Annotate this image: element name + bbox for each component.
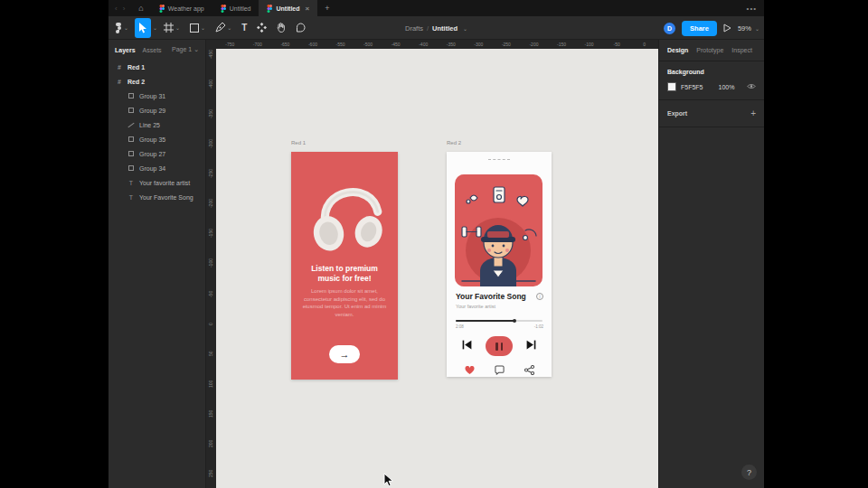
progress-fill — [456, 320, 514, 322]
background-section: Background F5F5F5 100% — [659, 61, 764, 100]
canvas[interactable]: -750-700-650-600-550-500-450-400-350-300… — [206, 40, 658, 488]
next-track-button[interactable] — [525, 338, 537, 354]
shape-tool-button[interactable]: ⌄ — [186, 18, 209, 38]
share-button[interactable]: Share — [682, 21, 717, 36]
ruler-label: -450 — [206, 40, 216, 70]
layer-item-group-35[interactable]: Group 35 — [108, 132, 205, 146]
info-icon[interactable]: i — [536, 293, 543, 300]
tab-label: Untitled — [276, 5, 299, 12]
group-icon — [127, 165, 135, 171]
progress-bar[interactable] — [456, 320, 542, 322]
layers-panel: Layers Assets Page 1 ⌄ # Red 1 # Red 2 G… — [108, 40, 206, 488]
text-tool-button[interactable]: T — [238, 18, 250, 38]
headphones-illustration — [303, 170, 386, 260]
comment-tool-button[interactable] — [292, 18, 309, 38]
nav-back-icon[interactable]: ‹ — [115, 5, 118, 13]
rectangle-icon — [190, 23, 199, 33]
layer-item-group-29[interactable]: Group 29 — [108, 103, 205, 117]
ruler-label: -600 — [299, 40, 327, 49]
zoom-menu[interactable]: 59% ⌄ — [738, 24, 760, 33]
arrow-right-icon: → — [340, 349, 350, 360]
layer-item-red-2[interactable]: # Red 2 — [108, 74, 205, 89]
layer-item-red-1[interactable]: # Red 1 — [108, 60, 205, 74]
file-tab-untitled-1[interactable]: Untitled — [212, 0, 259, 16]
like-heart-icon[interactable] — [465, 362, 475, 379]
text-layer-icon: T — [127, 194, 135, 201]
layer-item-your-favorite-artist[interactable]: T Your favorite artist — [108, 175, 205, 190]
tab-label: Untitled — [230, 5, 251, 12]
layer-name: Your favorite artist — [139, 180, 190, 186]
file-tab-untitled-active[interactable]: Untitled × — [259, 0, 317, 16]
tab-inspect[interactable]: Inspect — [731, 47, 752, 53]
song-title: Your Favorite Song — [456, 292, 526, 301]
onboarding-title: Listen to premium music for free! — [291, 264, 398, 283]
next-arrow-button[interactable]: → — [329, 345, 360, 363]
ruler-label: -300 — [465, 40, 493, 49]
ruler-label: -300 — [206, 129, 216, 159]
layer-item-group-27[interactable]: Group 27 — [108, 146, 205, 161]
frame-tool-button[interactable]: ⌄ — [160, 18, 184, 38]
ruler-label: -50 — [603, 40, 631, 49]
frame-title-red-2[interactable]: Red 2 — [447, 140, 461, 145]
layer-name: Group 29 — [139, 108, 165, 114]
layer-name: Group 34 — [139, 165, 165, 172]
new-tab-button[interactable]: + — [317, 0, 336, 16]
visibility-eye-icon[interactable] — [747, 83, 756, 90]
main-menu-button[interactable]: ⌄ — [111, 18, 132, 38]
chevron-down-icon[interactable]: ⌄ — [153, 24, 157, 31]
progress-handle[interactable] — [513, 319, 516, 323]
window-menu-icon[interactable]: ••• — [740, 0, 764, 16]
tab-design[interactable]: Design — [667, 47, 688, 53]
color-swatch[interactable] — [667, 82, 676, 91]
breadcrumb-project[interactable]: Drafts — [405, 24, 423, 33]
ruler-label: -350 — [438, 40, 466, 49]
breadcrumb-file-name[interactable]: Untitled — [432, 24, 458, 33]
ruler-label: -150 — [206, 219, 216, 249]
chevron-down-icon: ⌄ — [227, 24, 231, 31]
layer-item-group-31[interactable]: Group 31 — [108, 89, 205, 103]
file-tab-weather-app[interactable]: Weather app — [151, 0, 212, 16]
tab-prototype[interactable]: Prototype — [696, 47, 723, 53]
pen-icon — [215, 23, 225, 33]
home-icon[interactable]: ⌂ — [131, 0, 150, 16]
layer-item-your-favorite-song[interactable]: T Your Favorite Song — [108, 190, 205, 204]
resources-tool-button[interactable] — [253, 18, 270, 38]
background-hex-value[interactable]: F5F5F5 — [681, 84, 703, 90]
ruler-label: -150 — [548, 40, 576, 49]
frame-red-1[interactable]: Listen to premium music for free! Lorem … — [291, 152, 398, 380]
layer-item-line-25[interactable]: Line 25 — [108, 117, 205, 132]
hand-tool-button[interactable] — [273, 18, 289, 38]
present-icon[interactable] — [723, 20, 731, 36]
group-icon — [127, 108, 135, 113]
page-selector[interactable]: Page 1 ⌄ — [172, 46, 199, 53]
background-opacity-value[interactable]: 100% — [719, 84, 735, 90]
tab-label: Weather app — [168, 5, 204, 12]
frame-title-red-1[interactable]: Red 1 — [291, 140, 306, 145]
zoom-level: 59% — [738, 24, 751, 33]
frame-red-2[interactable]: Your Favorite Song i Your favorite artis… — [447, 152, 552, 377]
user-avatar[interactable]: D — [664, 23, 675, 34]
ruler-label: -500 — [354, 40, 382, 49]
pause-button[interactable] — [486, 336, 513, 356]
ruler-label: -250 — [493, 40, 521, 49]
chevron-down-icon: ⌄ — [124, 24, 128, 31]
layer-item-group-34[interactable]: Group 34 — [108, 161, 205, 175]
tab-assets[interactable]: Assets — [143, 47, 162, 53]
comment-bubble-icon[interactable] — [495, 362, 505, 379]
add-export-icon[interactable]: + — [750, 108, 756, 118]
ruler-label: -750 — [216, 40, 244, 49]
layer-name: Line 25 — [139, 122, 160, 128]
chevron-down-icon[interactable]: ⌄ — [463, 25, 467, 32]
move-tool-button[interactable] — [135, 18, 151, 38]
help-button[interactable]: ? — [741, 465, 757, 480]
share-icon[interactable] — [524, 362, 534, 379]
ruler-label: 250 — [206, 458, 216, 488]
tab-layers[interactable]: Layers — [115, 47, 136, 53]
nav-forward-icon[interactable]: › — [123, 5, 126, 13]
ruler-label: -400 — [410, 40, 438, 49]
pen-tool-button[interactable]: ⌄ — [212, 18, 235, 38]
text-layer-icon: T — [127, 180, 135, 186]
export-section[interactable]: Export + — [659, 100, 764, 127]
previous-track-button[interactable] — [461, 338, 473, 354]
close-tab-icon[interactable]: × — [306, 5, 310, 13]
